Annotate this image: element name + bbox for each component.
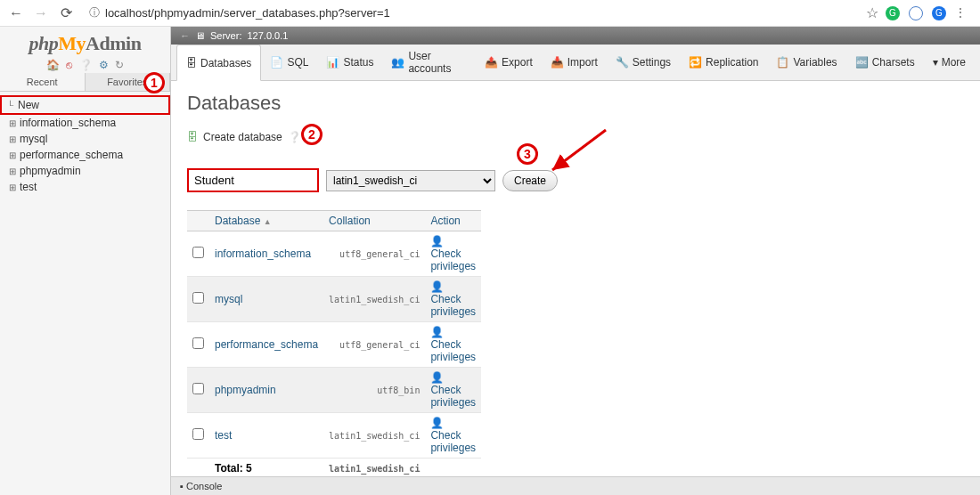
settings-icon: 🔧 xyxy=(616,56,629,69)
table-row: mysqllatin1_swedish_ci👤 Check privileges xyxy=(187,277,481,322)
nav-tab-databases[interactable]: 🗄Databases xyxy=(176,45,261,81)
check-privileges-link[interactable]: Check privileges xyxy=(430,293,476,318)
home-icon[interactable]: 🏠 xyxy=(46,59,60,71)
db-link[interactable]: test xyxy=(215,429,232,442)
svg-line-0 xyxy=(552,130,606,170)
row-checkbox[interactable] xyxy=(192,337,204,349)
reload-button[interactable]: ⟳ xyxy=(57,4,75,22)
create-db-icon: 🗄 xyxy=(187,131,198,143)
replication-icon: 🔁 xyxy=(689,56,702,69)
row-checkbox[interactable] xyxy=(192,292,204,304)
create-db-label: Create database xyxy=(203,131,282,143)
page-title: Databases xyxy=(187,92,964,115)
status-icon: 📊 xyxy=(326,56,339,69)
col-database[interactable]: Database ▲ xyxy=(209,211,323,231)
server-name: 127.0.0.1 xyxy=(247,30,288,41)
priv-icon: 👤 xyxy=(430,326,444,338)
check-privileges-link[interactable]: Check privileges xyxy=(430,248,476,272)
forward-button[interactable]: → xyxy=(32,4,50,22)
back-button[interactable]: ← xyxy=(7,4,25,22)
help-icon[interactable]: ❔ xyxy=(288,131,301,143)
db-link[interactable]: performance_schema xyxy=(215,338,318,351)
nav-tab-charsets[interactable]: 🔤Charsets xyxy=(846,45,924,80)
db-link[interactable]: mysql xyxy=(215,293,242,305)
star-icon[interactable]: ☆ xyxy=(866,4,878,21)
logout-icon[interactable]: ⎋ xyxy=(66,59,72,71)
tree-item-mysql[interactable]: ⊞mysql xyxy=(0,131,170,147)
row-checkbox[interactable] xyxy=(192,247,204,258)
nav-tab-import[interactable]: 📥Import xyxy=(542,45,607,80)
console-icon: ▪ xyxy=(180,481,184,491)
check-privileges-link[interactable]: Check privileges xyxy=(430,429,476,454)
check-privileges-link[interactable]: Check privileges xyxy=(430,384,476,409)
collapse-nav-icon[interactable]: ← xyxy=(180,30,190,41)
url-text: localhost/phpmyadmin/server_databases.ph… xyxy=(105,6,390,20)
nav-tab-variables[interactable]: 📋Variables xyxy=(767,45,845,80)
tree-new[interactable]: └ New xyxy=(0,95,170,115)
charsets-icon: 🔤 xyxy=(855,56,869,69)
nav-tab-export[interactable]: 📤Export xyxy=(476,45,542,80)
nav-tab-more[interactable]: ▾More xyxy=(924,45,975,80)
database-table: Database ▲ Collation Action information_… xyxy=(187,210,481,479)
sql-icon[interactable]: ⚙ xyxy=(99,59,109,71)
reload-nav-icon[interactable]: ↻ xyxy=(115,59,124,71)
annotation-1: 1 xyxy=(143,72,165,93)
sidebar: phpMyAdmin 🏠 ⎋ ❔ ⚙ ↻ Recent Favorites 1 … xyxy=(0,27,171,495)
profile-icon[interactable]: G xyxy=(932,6,946,20)
console-bar[interactable]: ▪ Console xyxy=(171,476,980,495)
nav-tab-sql[interactable]: 📄SQL xyxy=(261,45,317,80)
top-nav-tabs: 🗄Databases 📄SQL 📊Status 👥User accounts 📤… xyxy=(171,45,980,81)
nav-tab-status[interactable]: 📊Status xyxy=(317,45,382,80)
tree-item-information-schema[interactable]: ⊞information_schema xyxy=(0,115,170,131)
variables-icon: 📋 xyxy=(776,56,789,69)
server-breadcrumb: ← 🖥 Server: 127.0.0.1 xyxy=(171,27,980,45)
col-action: Action xyxy=(425,211,481,231)
url-bar[interactable]: ⓘ localhost/phpmyadmin/server_databases.… xyxy=(82,5,859,20)
db-link[interactable]: phpmyadmin xyxy=(215,384,276,396)
db-link[interactable]: information_schema xyxy=(215,248,311,260)
dbname-input[interactable] xyxy=(187,168,319,192)
tree-new-label: New xyxy=(18,99,39,111)
priv-icon: 👤 xyxy=(430,280,444,293)
col-collation[interactable]: Collation xyxy=(323,211,425,231)
table-row: information_schemautf8_general_ci👤 Check… xyxy=(187,231,481,277)
table-row: testlatin1_swedish_ci👤 Check privileges xyxy=(187,413,481,458)
table-row: performance_schemautf8_general_ci👤 Check… xyxy=(187,322,481,368)
nav-tab-replication[interactable]: 🔁Replication xyxy=(680,45,767,80)
server-label: Server: xyxy=(210,30,241,41)
info-icon: ⓘ xyxy=(89,5,100,20)
collation-select[interactable]: latin1_swedish_ci xyxy=(326,170,495,191)
menu-icon[interactable]: ⋮ xyxy=(955,6,966,20)
content-area: ← 🖥 Server: 127.0.0.1 🗄Databases 📄SQL 📊S… xyxy=(171,27,980,495)
row-checkbox[interactable] xyxy=(192,428,204,440)
annotation-arrow xyxy=(543,126,615,179)
annotation-3: 3 xyxy=(517,143,538,165)
check-privileges-link[interactable]: Check privileges xyxy=(430,338,476,363)
logo[interactable]: phpMyAdmin xyxy=(0,27,170,57)
extension-icon-2[interactable] xyxy=(909,6,923,20)
browser-toolbar: ← → ⟳ ⓘ localhost/phpmyadmin/server_data… xyxy=(0,0,980,27)
tree-item-test[interactable]: ⊞test xyxy=(0,179,170,195)
priv-icon: 👤 xyxy=(430,235,444,248)
sidebar-mini-toolbar: 🏠 ⎋ ❔ ⚙ ↻ xyxy=(0,57,170,73)
docs-icon[interactable]: ❔ xyxy=(79,59,93,71)
extension-icon-1[interactable]: G xyxy=(886,6,900,20)
import-icon: 📥 xyxy=(551,56,564,69)
users-icon: 👥 xyxy=(391,56,404,69)
databases-icon: 🗄 xyxy=(186,57,197,69)
db-tree: └ New ⊞information_schema ⊞mysql ⊞perfor… xyxy=(0,92,170,199)
row-checkbox[interactable] xyxy=(192,383,204,394)
tree-item-phpmyadmin[interactable]: ⊞phpmyadmin xyxy=(0,163,170,179)
tab-recent[interactable]: Recent xyxy=(0,73,86,91)
more-icon: ▾ xyxy=(933,56,938,69)
annotation-2: 2 xyxy=(301,124,323,145)
priv-icon: 👤 xyxy=(430,417,444,429)
nav-tab-settings[interactable]: 🔧Settings xyxy=(607,45,680,80)
table-row: phpmyadminutf8_bin👤 Check privileges xyxy=(187,368,481,413)
export-icon: 📤 xyxy=(485,56,498,69)
nav-tab-user-accounts[interactable]: 👥User accounts xyxy=(382,45,476,80)
tree-item-performance-schema[interactable]: ⊞performance_schema xyxy=(0,147,170,163)
sql-tab-icon: 📄 xyxy=(270,56,283,69)
priv-icon: 👤 xyxy=(430,371,444,384)
server-icon: 🖥 xyxy=(195,30,205,41)
